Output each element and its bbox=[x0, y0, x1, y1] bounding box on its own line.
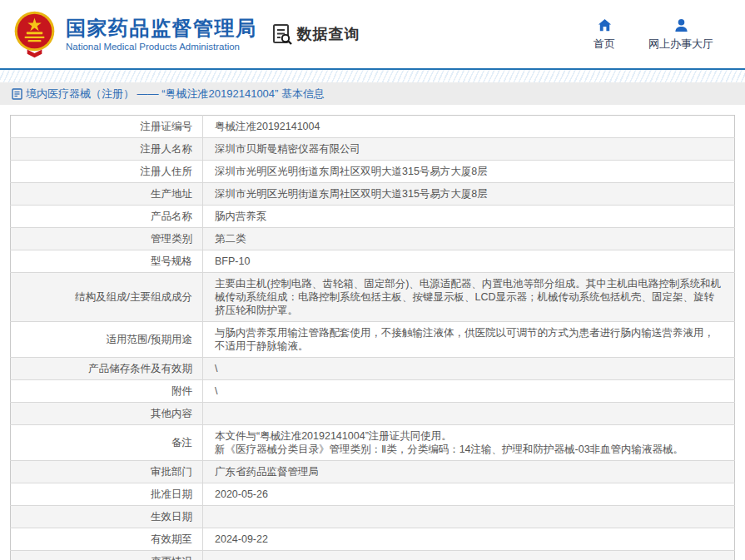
row-label: 产品名称 bbox=[11, 206, 203, 228]
nav-item-home[interactable]: 首页 bbox=[594, 17, 615, 52]
spacer bbox=[0, 105, 745, 115]
table-row: 生效日期 bbox=[11, 506, 735, 528]
row-label: 注册人住所 bbox=[11, 161, 203, 183]
row-label: 注册人名称 bbox=[11, 138, 203, 161]
nav-item-service-hall[interactable]: 网上办事大厅 bbox=[648, 17, 713, 52]
row-label: 其他内容 bbox=[11, 403, 203, 425]
row-label: 管理类别 bbox=[11, 228, 203, 250]
document-search-icon bbox=[271, 23, 293, 45]
table-row: 其他内容 bbox=[11, 403, 735, 425]
table-row: 注册人住所 深圳市光明区光明街道东周社区双明大道315号易方大厦8层 bbox=[11, 161, 735, 183]
row-label: 有效期至 bbox=[11, 528, 203, 551]
row-label: 审批部门 bbox=[11, 461, 203, 483]
row-value: 粤械注准20192141004 bbox=[203, 116, 735, 138]
table-row: 生产地址 深圳市光明区光明街道东周社区双明大道315号易方大厦8层 bbox=[11, 183, 735, 206]
row-label: 结构及组成/主要组成成分 bbox=[11, 273, 203, 322]
row-value: 肠内营养泵 bbox=[203, 206, 735, 228]
hatched-divider bbox=[0, 70, 745, 82]
row-label: 型号规格 bbox=[11, 250, 203, 273]
row-value: 本文件与“粤械注准20192141004”注册证共同使用。 新《医疗器械分类目录… bbox=[203, 425, 735, 461]
home-icon bbox=[597, 17, 613, 33]
registration-info-table: 注册证编号 粤械注准20192141004 注册人名称 深圳市贝斯曼精密仪器有限… bbox=[10, 115, 735, 560]
row-label: 生效日期 bbox=[11, 506, 203, 528]
row-value: 2024-09-22 bbox=[203, 528, 735, 551]
table-row: 备注 本文件与“粤械注准20192141004”注册证共同使用。 新《医疗器械分… bbox=[11, 425, 735, 461]
row-value: \ bbox=[203, 358, 735, 380]
nav-home-label: 首页 bbox=[594, 37, 615, 52]
row-label: 变更情况 bbox=[11, 551, 203, 560]
table-row: 产品名称 肠内营养泵 bbox=[11, 206, 735, 228]
registration-info-table-wrap: 注册证编号 粤械注准20192141004 注册人名称 深圳市贝斯曼精密仪器有限… bbox=[0, 115, 745, 560]
row-label: 产品储存条件及有效期 bbox=[11, 358, 203, 380]
row-value: BFP-10 bbox=[203, 250, 735, 273]
row-value: 与肠内营养泵用输注管路配套使用，不接触输注液体，供医院以可调节的方式为患者进行肠… bbox=[203, 322, 735, 358]
table-row: 批准日期 2020-05-26 bbox=[11, 483, 735, 506]
data-query-section[interactable]: 数据查询 bbox=[271, 23, 360, 45]
site-header: 国家药品监督管理局 National Medical Products Admi… bbox=[0, 0, 745, 70]
row-value bbox=[203, 551, 735, 560]
row-value: 主要由主机(控制电路、齿轮箱、固定部分)、电源适配器、内置电池等部分组成。其中主… bbox=[203, 273, 735, 322]
data-query-label: 数据查询 bbox=[297, 24, 360, 44]
table-row: 注册人名称 深圳市贝斯曼精密仪器有限公司 bbox=[11, 138, 735, 161]
table-row: 审批部门 广东省药品监督管理局 bbox=[11, 461, 735, 483]
row-value: 深圳市光明区光明街道东周社区双明大道315号易方大厦8层 bbox=[203, 183, 735, 206]
top-nav: 首页 网上办事大厅 bbox=[594, 17, 713, 52]
nmpa-logo[interactable]: 国家药品监督管理局 National Medical Products Admi… bbox=[11, 9, 257, 59]
site-subtitle: National Medical Products Administration bbox=[66, 42, 257, 52]
row-value: \ bbox=[203, 380, 735, 403]
row-value: 广东省药品监督管理局 bbox=[203, 461, 735, 483]
breadcrumb: 境内医疗器械（注册） —— “粤械注准20192141004” 基本信息 bbox=[12, 87, 325, 102]
table-row: 产品储存条件及有效期 \ bbox=[11, 358, 735, 380]
document-icon bbox=[12, 88, 22, 100]
page-title: 境内医疗器械（注册） —— “粤械注准20192141004” 基本信息 bbox=[26, 87, 325, 102]
row-label: 注册证编号 bbox=[11, 116, 203, 138]
row-value: 第二类 bbox=[203, 228, 735, 250]
row-value bbox=[203, 403, 735, 425]
table-row: 型号规格 BFP-10 bbox=[11, 250, 735, 273]
row-value: 深圳市贝斯曼精密仪器有限公司 bbox=[203, 138, 735, 161]
row-label: 适用范围/预期用途 bbox=[11, 322, 203, 358]
row-label: 生产地址 bbox=[11, 183, 203, 206]
table-row: 有效期至 2024-09-22 bbox=[11, 528, 735, 551]
row-label: 批准日期 bbox=[11, 483, 203, 506]
table-row: 结构及组成/主要组成成分 主要由主机(控制电路、齿轮箱、固定部分)、电源适配器、… bbox=[11, 273, 735, 322]
row-label: 备注 bbox=[11, 425, 203, 461]
row-label: 附件 bbox=[11, 380, 203, 403]
table-row: 附件 \ bbox=[11, 380, 735, 403]
table-row: 适用范围/预期用途 与肠内营养泵用输注管路配套使用，不接触输注液体，供医院以可调… bbox=[11, 322, 735, 358]
table-row: 变更情况 bbox=[11, 551, 735, 560]
person-icon bbox=[673, 17, 689, 33]
china-national-emblem-icon bbox=[11, 9, 58, 59]
table-row: 注册证编号 粤械注准20192141004 bbox=[11, 116, 735, 138]
row-value: 2020-05-26 bbox=[203, 483, 735, 506]
nav-service-hall-label: 网上办事大厅 bbox=[648, 37, 713, 52]
row-value: 深圳市光明区光明街道东周社区双明大道315号易方大厦8层 bbox=[203, 161, 735, 183]
site-title: 国家药品监督管理局 bbox=[66, 17, 257, 40]
breadcrumb-bar: 境内医疗器械（注册） —— “粤械注准20192141004” 基本信息 bbox=[0, 82, 745, 105]
row-value bbox=[203, 506, 735, 528]
table-row: 管理类别 第二类 bbox=[11, 228, 735, 250]
